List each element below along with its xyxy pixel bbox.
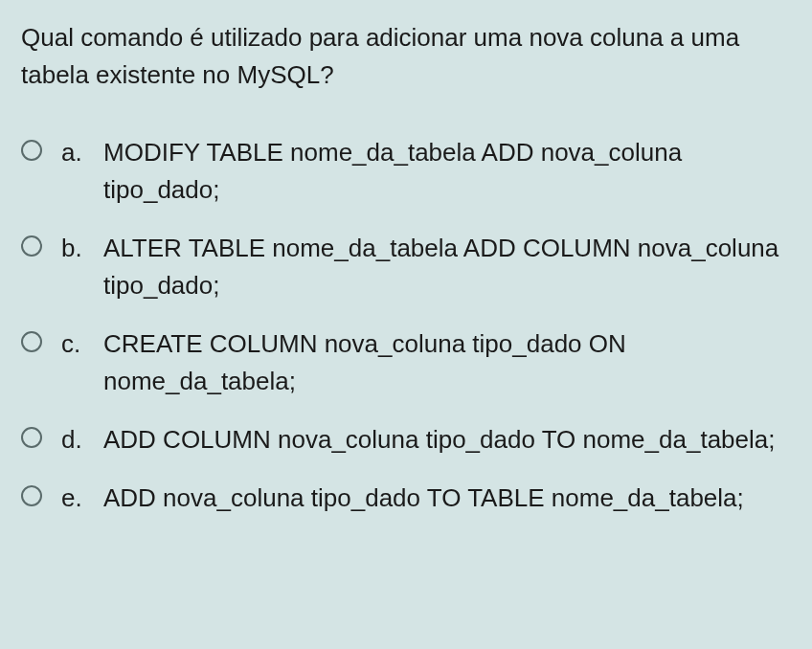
option-letter-a: a. (61, 134, 88, 171)
question-text: Qual comando é utilizado para adicionar … (21, 19, 791, 94)
option-text-b: ALTER TABLE nome_da_tabela ADD COLUMN no… (103, 230, 791, 304)
option-letter-c: c. (61, 325, 88, 363)
option-letter-d: d. (61, 421, 88, 459)
radio-c[interactable] (21, 331, 42, 352)
option-letter-b: b. (61, 230, 88, 267)
radio-a[interactable] (21, 140, 42, 161)
option-letter-e: e. (61, 480, 88, 517)
options-list: a. MODIFY TABLE nome_da_tabela ADD nova_… (21, 134, 791, 517)
option-row-b[interactable]: b. ALTER TABLE nome_da_tabela ADD COLUMN… (21, 230, 791, 304)
option-row-e[interactable]: e. ADD nova_coluna tipo_dado TO TABLE no… (21, 480, 791, 517)
radio-e[interactable] (21, 485, 42, 506)
radio-b[interactable] (21, 235, 42, 257)
option-text-c: CREATE COLUMN nova_coluna tipo_dado ON n… (103, 325, 791, 400)
option-text-d: ADD COLUMN nova_coluna tipo_dado TO nome… (103, 421, 791, 459)
option-row-c[interactable]: c. CREATE COLUMN nova_coluna tipo_dado O… (21, 325, 791, 400)
option-row-d[interactable]: d. ADD COLUMN nova_coluna tipo_dado TO n… (21, 421, 791, 459)
radio-d[interactable] (21, 427, 42, 448)
option-content-d: d. ADD COLUMN nova_coluna tipo_dado TO n… (61, 421, 791, 459)
option-content-c: c. CREATE COLUMN nova_coluna tipo_dado O… (61, 325, 791, 400)
option-content-e: e. ADD nova_coluna tipo_dado TO TABLE no… (61, 480, 791, 517)
option-text-e: ADD nova_coluna tipo_dado TO TABLE nome_… (103, 480, 791, 517)
option-text-a: MODIFY TABLE nome_da_tabela ADD nova_col… (103, 134, 791, 209)
option-content-a: a. MODIFY TABLE nome_da_tabela ADD nova_… (61, 134, 791, 209)
option-row-a[interactable]: a. MODIFY TABLE nome_da_tabela ADD nova_… (21, 134, 791, 209)
option-content-b: b. ALTER TABLE nome_da_tabela ADD COLUMN… (61, 230, 791, 304)
